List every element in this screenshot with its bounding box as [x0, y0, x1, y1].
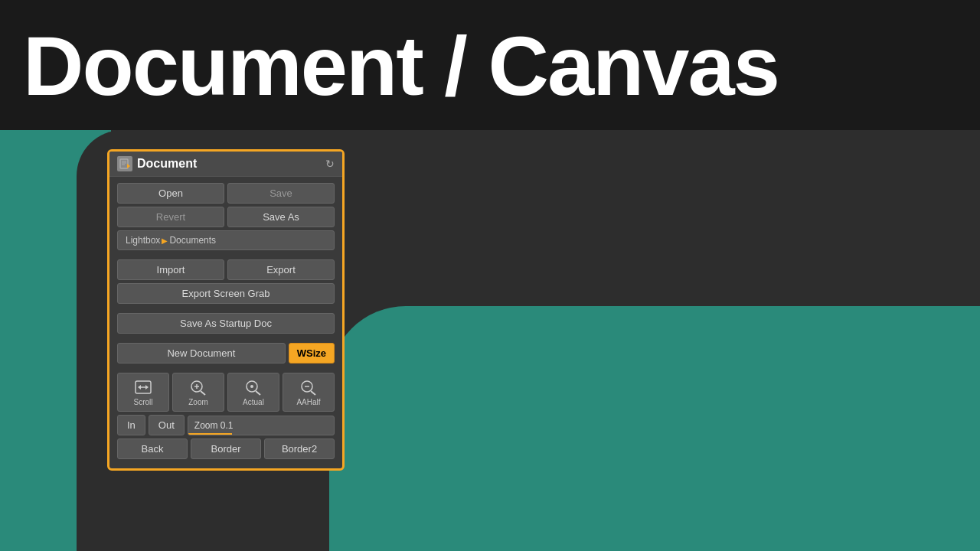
zoom-bar	[188, 433, 232, 435]
svg-marker-7	[138, 385, 141, 390]
zoom-value: Zoom 0.1	[194, 420, 234, 431]
teal-bottom-curve	[329, 306, 980, 551]
svg-marker-8	[145, 385, 149, 390]
actual-icon	[243, 378, 264, 396]
import-button[interactable]: Import	[117, 259, 224, 280]
svg-line-17	[311, 391, 315, 395]
svg-line-14	[256, 391, 260, 395]
save-button[interactable]: Save	[227, 183, 335, 204]
new-doc-row: New Document WSize	[117, 343, 335, 364]
spacer4	[117, 367, 335, 373]
svg-marker-4	[127, 164, 130, 168]
path-bar[interactable]: Lightbox ▶ Documents	[117, 230, 335, 250]
aahalf-icon	[298, 378, 319, 396]
save-as-button[interactable]: Save As	[227, 207, 335, 227]
document-panel: Document ↻ Open Save Revert Save As Ligh…	[107, 149, 345, 471]
panel-header: Document ↻	[109, 152, 342, 177]
zoom-label: Zoom	[188, 398, 208, 406]
spacer1	[117, 253, 335, 259]
header: Document / Canvas	[0, 0, 980, 130]
spacer2	[117, 307, 335, 313]
zoom-icon	[188, 378, 209, 396]
actual-button[interactable]: Actual	[227, 373, 279, 412]
back-button[interactable]: Back	[117, 439, 188, 459]
svg-rect-0	[120, 159, 128, 168]
svg-point-15	[250, 385, 253, 388]
panel-body: Open Save Revert Save As Lightbox ▶ Docu…	[109, 177, 342, 468]
aahalf-label: AAHalf	[296, 398, 320, 406]
page-title: Document / Canvas	[23, 17, 779, 114]
revert-button[interactable]: Revert	[117, 207, 224, 227]
panel-icon	[117, 156, 132, 171]
spacer3	[117, 337, 335, 343]
aahalf-button[interactable]: AAHalf	[283, 373, 335, 412]
save-as-startup-button[interactable]: Save As Startup Doc	[117, 313, 335, 334]
path-documents: Documents	[169, 235, 216, 246]
scroll-label: Scroll	[133, 398, 152, 406]
zoom-row: In Out Zoom 0.1	[117, 415, 335, 435]
refresh-icon[interactable]: ↻	[325, 158, 335, 170]
open-save-row: Open Save	[117, 183, 335, 204]
zoom-button[interactable]: Zoom	[172, 373, 224, 412]
zoom-out-button[interactable]: Out	[149, 415, 185, 435]
panel-header-left: Document	[117, 156, 197, 171]
zoom-display: Zoom 0.1	[188, 416, 335, 435]
path-arrow-icon: ▶	[162, 236, 168, 245]
scroll-button[interactable]: Scroll	[117, 373, 169, 412]
path-lightbox: Lightbox	[126, 235, 160, 246]
actual-label: Actual	[243, 398, 264, 406]
new-document-button[interactable]: New Document	[117, 343, 286, 364]
startup-row: Save As Startup Doc	[117, 313, 335, 334]
revert-saveas-row: Revert Save As	[117, 207, 335, 227]
svg-line-10	[201, 391, 205, 395]
zoom-in-button[interactable]: In	[117, 415, 145, 435]
import-export-row: Import Export	[117, 259, 335, 280]
icon-btn-row: Scroll Zoom	[117, 373, 335, 412]
panel-title: Document	[137, 157, 197, 171]
border2-button[interactable]: Border2	[264, 439, 335, 459]
open-button[interactable]: Open	[117, 183, 224, 204]
scroll-icon	[132, 378, 154, 396]
export-button[interactable]: Export	[227, 259, 335, 280]
wsize-button[interactable]: WSize	[289, 343, 335, 364]
bottom-row: Back Border Border2	[117, 439, 335, 459]
export-screengrab-row: Export Screen Grab	[117, 283, 335, 304]
export-screen-grab-button[interactable]: Export Screen Grab	[117, 283, 335, 304]
panel-wrapper: Document ↻ Open Save Revert Save As Ligh…	[107, 149, 345, 471]
border-button[interactable]: Border	[191, 439, 261, 459]
